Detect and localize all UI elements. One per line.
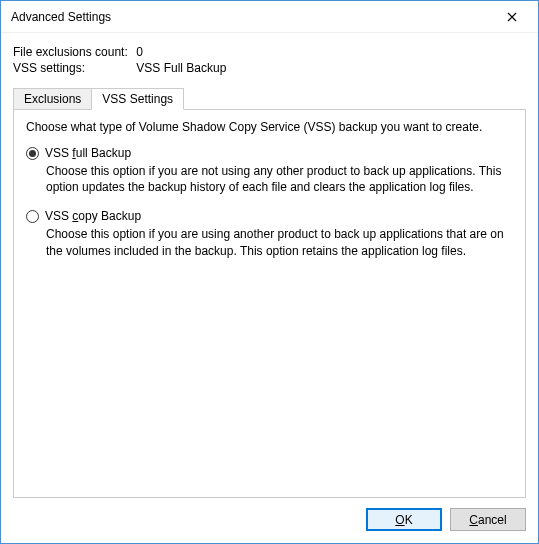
exclusions-count-label: File exclusions count: [13,45,133,59]
radio-vss-copy[interactable] [26,210,39,223]
vss-settings-value: VSS Full Backup [136,61,226,75]
radio-vss-full[interactable] [26,147,39,160]
cancel-button[interactable]: Cancel [450,508,526,531]
close-button[interactable] [492,3,532,31]
exclusions-count-row: File exclusions count: 0 [13,45,526,59]
option-vss-copy: VSS copy Backup Choose this option if yo… [26,209,513,258]
close-icon [507,12,517,22]
tab-strip: Exclusions VSS Settings [13,87,526,109]
dialog-footer: OK Cancel [1,498,538,543]
tab-panel-vss: Choose what type of Volume Shadow Copy S… [13,109,526,498]
option-vss-copy-desc: Choose this option if you are using anot… [46,226,513,258]
ok-button[interactable]: OK [366,508,442,531]
option-vss-full-label: VSS full Backup [45,146,131,160]
option-vss-copy-label: VSS copy Backup [45,209,141,223]
dialog-content: File exclusions count: 0 VSS settings: V… [1,33,538,498]
option-vss-copy-header[interactable]: VSS copy Backup [26,209,513,223]
titlebar: Advanced Settings [1,1,538,33]
window-title: Advanced Settings [11,10,111,24]
option-vss-full: VSS full Backup Choose this option if yo… [26,146,513,195]
vss-settings-label: VSS settings: [13,61,133,75]
exclusions-count-value: 0 [136,45,143,59]
tab-exclusions[interactable]: Exclusions [13,88,92,110]
tab-vss-settings[interactable]: VSS Settings [91,88,184,110]
vss-settings-row: VSS settings: VSS Full Backup [13,61,526,75]
panel-description: Choose what type of Volume Shadow Copy S… [26,120,513,134]
tabs-container: Exclusions VSS Settings Choose what type… [13,87,526,498]
option-vss-full-header[interactable]: VSS full Backup [26,146,513,160]
option-vss-full-desc: Choose this option if you are not using … [46,163,513,195]
advanced-settings-dialog: Advanced Settings File exclusions count:… [0,0,539,544]
